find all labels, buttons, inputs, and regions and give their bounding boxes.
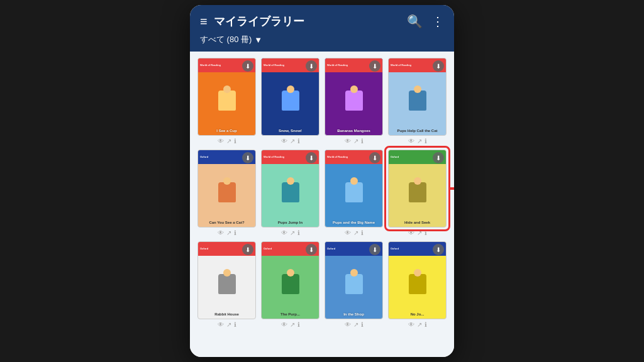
download-button-7[interactable]: ⬇ — [369, 152, 380, 163]
download-button-6[interactable]: ⬇ — [306, 152, 317, 163]
share-icon-9[interactable]: ↗ — [226, 321, 231, 328]
eye-icon-1[interactable]: 👁 — [218, 138, 224, 145]
book-action-icons-3: 👁↗ℹ — [345, 138, 364, 145]
share-icon-10[interactable]: ↗ — [290, 321, 295, 328]
download-button-9[interactable]: ⬇ — [242, 244, 253, 255]
eye-icon-6[interactable]: 👁 — [281, 229, 287, 236]
eye-icon-7[interactable]: 👁 — [345, 229, 351, 236]
eye-icon-10[interactable]: 👁 — [281, 321, 287, 328]
book-action-icons-1: 👁↗ℹ — [218, 138, 236, 145]
book-action-icons-5: 👁↗ℹ — [218, 229, 236, 236]
eye-icon-12[interactable]: 👁 — [408, 321, 414, 328]
eye-icon-8[interactable]: 👁 — [408, 229, 414, 236]
book-cell-12[interactable]: OxfordNo Jo...⬇👁↗ℹ — [388, 241, 447, 328]
download-button-1[interactable]: ⬇ — [242, 60, 253, 72]
filter-chevron-icon: ▼ — [254, 35, 262, 45]
eye-icon-4[interactable]: 👁 — [408, 138, 414, 145]
info-icon-12[interactable]: ℹ — [425, 321, 427, 328]
info-icon-2[interactable]: ℹ — [297, 138, 300, 145]
share-icon-11[interactable]: ↗ — [353, 321, 358, 328]
book-cell-5[interactable]: OxfordCan You See a Cat?⬇👁↗ℹ — [197, 150, 256, 236]
book-cell-1[interactable]: World of ReadingI See a Cup⬇👁↗ℹ — [197, 58, 256, 145]
info-icon-8[interactable]: ℹ — [425, 229, 427, 236]
top-bar: ≡ マイライブラリー 🔍 ⋮ すべて (80 冊) ▼ — [190, 5, 454, 52]
book-cell-7[interactable]: World of ReadingPups and the Big Name⬇👁↗… — [325, 150, 383, 236]
download-button-10[interactable]: ⬇ — [306, 244, 317, 255]
info-icon-11[interactable]: ℹ — [361, 321, 364, 328]
share-icon-3[interactable]: ↗ — [353, 138, 358, 145]
share-icon-5[interactable]: ↗ — [226, 229, 231, 236]
book-action-icons-10: 👁↗ℹ — [281, 321, 300, 328]
share-icon-7[interactable]: ↗ — [353, 229, 358, 236]
search-icon[interactable]: 🔍 — [407, 14, 423, 29]
download-button-3[interactable]: ⬇ — [369, 60, 380, 72]
book-cell-8[interactable]: OxfordHide and Seek⬇👁↗ℹ — [388, 150, 447, 236]
book-cell-9[interactable]: OxfordRabbit House⬇👁↗ℹ — [197, 241, 256, 328]
info-icon-6[interactable]: ℹ — [297, 229, 300, 236]
book-cell-2[interactable]: World of ReadingSnow, Snow!⬇👁↗ℹ — [261, 58, 319, 145]
download-button-8[interactable]: ⬇ — [433, 152, 444, 163]
device-frame: ≡ マイライブラリー 🔍 ⋮ すべて (80 冊) ▼ World of Rea… — [190, 5, 454, 357]
menu-icon[interactable]: ≡ — [200, 14, 208, 29]
download-button-5[interactable]: ⬇ — [242, 152, 253, 163]
eye-icon-3[interactable]: 👁 — [345, 138, 351, 145]
eye-icon-9[interactable]: 👁 — [218, 321, 224, 328]
share-icon-6[interactable]: ↗ — [290, 229, 295, 236]
book-cell-3[interactable]: World of ReadingBananas Mangoes⬇👁↗ℹ — [325, 58, 383, 145]
share-icon-12[interactable]: ↗ — [417, 321, 422, 328]
page-title: マイライブラリー — [214, 14, 401, 29]
info-icon-7[interactable]: ℹ — [361, 229, 364, 236]
download-button-11[interactable]: ⬇ — [369, 244, 380, 255]
book-action-icons-2: 👁↗ℹ — [281, 138, 300, 145]
book-action-icons-9: 👁↗ℹ — [218, 321, 236, 328]
eye-icon-5[interactable]: 👁 — [218, 229, 224, 236]
share-icon-4[interactable]: ↗ — [417, 138, 422, 145]
book-action-icons-6: 👁↗ℹ — [281, 229, 300, 236]
info-icon-3[interactable]: ℹ — [361, 138, 364, 145]
share-icon-1[interactable]: ↗ — [226, 138, 231, 145]
more-icon[interactable]: ⋮ — [431, 14, 444, 29]
info-icon-5[interactable]: ℹ — [234, 229, 236, 236]
info-icon-1[interactable]: ℹ — [234, 138, 236, 145]
filter-dropdown[interactable]: すべて (80 冊) ▼ — [200, 34, 262, 45]
book-cell-4[interactable]: World of ReadingPups Help Call the Cat⬇👁… — [388, 58, 447, 145]
highlight-arrow — [449, 180, 454, 197]
book-action-icons-7: 👁↗ℹ — [345, 229, 364, 236]
info-icon-10[interactable]: ℹ — [297, 321, 300, 328]
book-cell-11[interactable]: OxfordIn the Shop⬇👁↗ℹ — [325, 241, 383, 328]
share-icon-8[interactable]: ↗ — [417, 229, 422, 236]
download-button-12[interactable]: ⬇ — [433, 244, 444, 255]
book-cell-10[interactable]: OxfordThe Purp...⬇👁↗ℹ — [261, 241, 319, 328]
book-action-icons-11: 👁↗ℹ — [345, 321, 364, 328]
share-icon-2[interactable]: ↗ — [290, 138, 295, 145]
eye-icon-11[interactable]: 👁 — [345, 321, 351, 328]
download-button-2[interactable]: ⬇ — [306, 60, 317, 72]
book-action-icons-8: 👁↗ℹ — [408, 229, 427, 236]
download-button-4[interactable]: ⬇ — [433, 60, 444, 72]
info-icon-9[interactable]: ℹ — [234, 321, 236, 328]
book-action-icons-4: 👁↗ℹ — [408, 138, 427, 145]
eye-icon-2[interactable]: 👁 — [281, 138, 287, 145]
info-icon-4[interactable]: ℹ — [425, 138, 427, 145]
book-action-icons-12: 👁↗ℹ — [408, 321, 427, 328]
book-grid: World of ReadingI See a Cup⬇👁↗ℹWorld of … — [197, 58, 447, 328]
content-area: World of ReadingI See a Cup⬇👁↗ℹWorld of … — [190, 52, 454, 357]
filter-label: すべて (80 冊) — [200, 34, 252, 45]
book-cell-6[interactable]: World of ReadingPups Jump In⬇👁↗ℹ — [261, 150, 319, 236]
svg-marker-0 — [449, 180, 454, 197]
